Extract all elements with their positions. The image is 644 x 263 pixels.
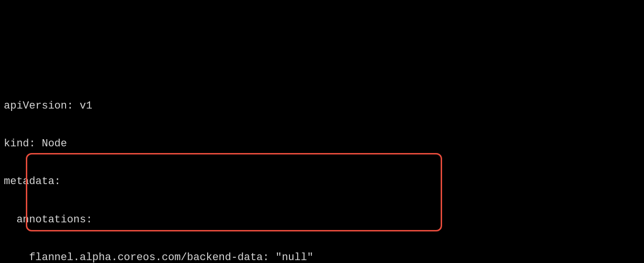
- yaml-line: apiVersion: v1: [4, 97, 640, 116]
- yaml-line: annotations:: [4, 210, 640, 230]
- yaml-line: metadata:: [4, 172, 640, 191]
- yaml-line-highlighted: flannel.alpha.coreos.com/backend-data: "…: [4, 248, 640, 263]
- yaml-line: kind: Node: [4, 134, 640, 153]
- terminal-output: apiVersion: v1 kind: Node metadata: anno…: [4, 77, 640, 263]
